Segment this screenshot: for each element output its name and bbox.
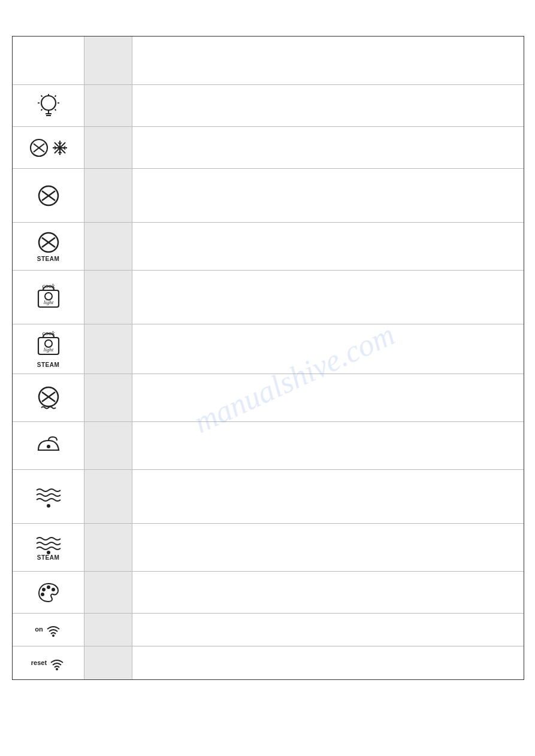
svg-line-8	[41, 95, 42, 96]
desc-cell	[132, 223, 524, 270]
desc-cell	[132, 271, 524, 324]
wavy-dot-icon	[34, 485, 64, 508]
palette-icon	[37, 581, 61, 604]
table-row	[13, 470, 524, 524]
desc-cell	[132, 470, 524, 523]
desc-cell	[132, 374, 524, 421]
table-row: cook light	[13, 271, 524, 324]
table-row	[13, 572, 524, 614]
bulb-icon	[37, 93, 60, 119]
mid-cell	[84, 422, 132, 469]
wash-steam-icon: STEAM	[37, 230, 61, 263]
svg-line-9	[55, 95, 56, 96]
mid-cell	[84, 85, 132, 126]
icon-cell	[13, 37, 84, 84]
svg-point-0	[41, 96, 56, 110]
desc-cell	[132, 524, 524, 571]
steam-label: STEAM	[37, 256, 60, 263]
cook-light-steam-icon: cook light STEAM	[34, 329, 64, 369]
icon-cell: STEAM	[13, 524, 84, 571]
svg-point-49	[42, 588, 46, 591]
symbol-table: °	[12, 36, 524, 680]
icon-cell	[13, 572, 84, 613]
desc-cell	[132, 646, 524, 679]
svg-text:°: °	[59, 147, 61, 151]
wash-bottom-icon	[37, 385, 61, 411]
table-row: STEAM	[13, 223, 524, 271]
table-row	[13, 37, 524, 85]
mid-cell	[84, 374, 132, 421]
svg-point-50	[47, 585, 50, 589]
iron-dot-icon	[35, 435, 62, 457]
reset-label: reset	[31, 659, 47, 667]
svg-point-46	[47, 445, 50, 448]
svg-point-51	[52, 588, 55, 591]
mid-cell	[84, 223, 132, 270]
desc-cell	[132, 324, 524, 374]
table-row	[13, 85, 524, 127]
desc-cell	[132, 85, 524, 126]
icon-cell: reset	[13, 646, 84, 679]
mid-cell	[84, 324, 132, 374]
wifi-reset-icon: reset	[31, 657, 65, 670]
svg-line-11	[55, 109, 56, 110]
mid-cell	[84, 271, 132, 324]
mid-cell	[84, 37, 132, 84]
svg-text:light: light	[43, 347, 53, 353]
steam-label: STEAM	[37, 554, 60, 561]
icon-cell: °	[13, 127, 84, 168]
icon-cell	[13, 422, 84, 469]
table-row: STEAM	[13, 524, 524, 572]
desc-cell	[132, 572, 524, 613]
icon-cell: on	[13, 614, 84, 646]
on-label: on	[35, 626, 43, 633]
desc-cell	[132, 127, 524, 168]
icon-cell	[13, 169, 84, 222]
table-row	[13, 169, 524, 223]
desc-cell	[132, 614, 524, 646]
svg-point-52	[41, 593, 44, 596]
mid-cell	[84, 169, 132, 222]
table-row	[13, 422, 524, 470]
mid-cell	[84, 470, 132, 523]
svg-text:light: light	[43, 299, 53, 305]
svg-line-10	[41, 109, 42, 110]
table-row: °	[13, 127, 524, 169]
icon-cell: cook light	[13, 271, 84, 324]
table-row	[13, 374, 524, 422]
desc-cell	[132, 169, 524, 222]
steam-label: STEAM	[37, 362, 60, 369]
table-row: cook light STEAM	[13, 324, 524, 374]
icon-cell	[13, 374, 84, 421]
mid-cell	[84, 572, 132, 613]
wavy-dot-steam-icon: STEAM	[34, 534, 64, 561]
desc-cell	[132, 37, 524, 84]
svg-point-54	[56, 668, 58, 670]
icon-cell	[13, 85, 84, 126]
cook-light-icon: cook light	[34, 282, 64, 313]
table-row: on	[13, 614, 524, 646]
icon-cell: cook light STEAM	[13, 324, 84, 374]
table-row: reset	[13, 646, 524, 679]
icon-cell	[13, 470, 84, 523]
desc-cell	[132, 422, 524, 469]
svg-point-53	[52, 634, 55, 637]
mid-cell	[84, 524, 132, 571]
mid-cell	[84, 614, 132, 646]
wifi-on-icon: on	[35, 623, 61, 636]
mid-cell	[84, 646, 132, 679]
wash-snowflake-icon: °	[29, 138, 68, 158]
icon-cell: STEAM	[13, 223, 84, 270]
wash-icon	[37, 184, 61, 208]
svg-point-47	[47, 504, 50, 508]
mid-cell	[84, 127, 132, 168]
